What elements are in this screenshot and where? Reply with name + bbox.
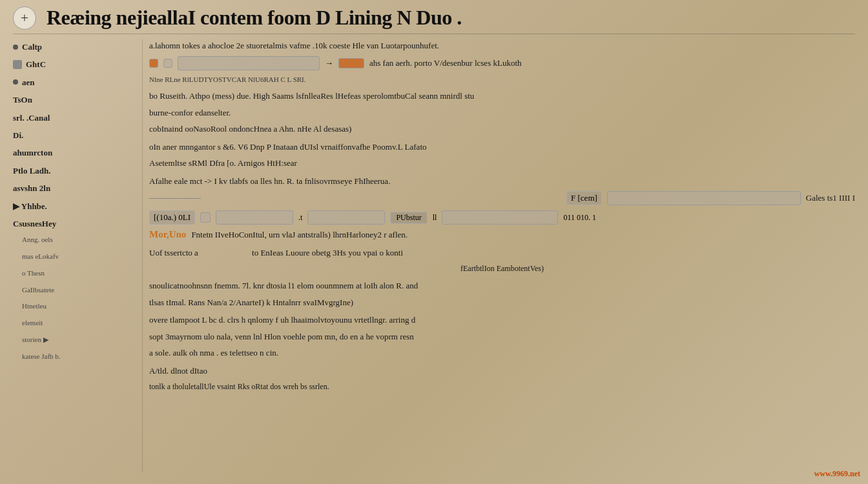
- small-icon-2: [163, 59, 172, 68]
- checkbox-1[interactable]: [200, 212, 211, 223]
- sidebar-item-mas[interactable]: mas eLokafv: [13, 250, 136, 265]
- input-field-1[interactable]: [178, 56, 320, 70]
- sidebar-item-gallb[interactable]: GaIlbsatete: [13, 284, 136, 298]
- bracket-text: [(10a.) 0LI: [149, 210, 195, 225]
- text-segment-1: ahs fan aerh. porto V/desenbur lcses kLu…: [369, 57, 522, 70]
- section-9: A/tld. dlnot dItao tonlk a tholuletallUl…: [149, 365, 855, 393]
- sidebar-item-o-thesn[interactable]: o Thesn: [13, 267, 136, 281]
- sidebar-item-label: Anng. oels: [22, 234, 53, 247]
- text-line-4: burne-confor edanselter.: [149, 106, 855, 119]
- left-text: Uof tssertcto a: [149, 248, 198, 257]
- divider-line: [149, 198, 201, 199]
- sidebar-item-yhhbe[interactable]: ▶ Yhhbe.: [13, 199, 136, 214]
- highlight-f: F [cem]: [566, 191, 602, 205]
- sidebar-item-label: aen: [22, 75, 35, 90]
- add-button[interactable]: +: [13, 6, 36, 30]
- input-row-2: F [cem] Gales ts1 IIII I: [149, 191, 855, 205]
- mor-uno-row: Mor,Uno Fntetn IIveHoConItul, urn vlaJ a…: [149, 228, 855, 241]
- sidebar: Caltp GhtC aen TsOn srl. .Canal Di. ahum…: [13, 39, 142, 472]
- text-line-overe: overe tlampoot L bc d. clrs h qnlomy f u…: [149, 314, 855, 327]
- sidebar-item-label: katese Jafb b.: [22, 350, 61, 363]
- sidebar-item-label: CsusnesHey: [13, 216, 56, 231]
- input-row-3: [(10a.) 0LI .t PUbstur ll 011 010. 1: [149, 210, 855, 225]
- input-field-5[interactable]: [442, 210, 558, 225]
- text-line-6: oIn aner mnngantor s &6. V6 Dnp P Inataa…: [149, 141, 855, 154]
- text-line-sopt: sopt 3mayrnom ulo nala, venn lnl Hlon vo…: [149, 330, 855, 343]
- content-area: + Reæing nejieallaI contem foom D Lining…: [0, 0, 868, 484]
- sidebar-item-label: mas eLokafv: [22, 250, 59, 263]
- gales-text: Gales ts1 IIII I: [806, 192, 855, 205]
- text-line-7: Asetemltse sRMl Dfra [o. Arnigos HtH:sea…: [149, 157, 855, 170]
- text-line-3: bo Ruseith. Athpo (mess) due. High Saams…: [149, 90, 855, 103]
- section-7: snoulicatnoohnsnn fnemm. 7l. knr dtosia …: [149, 279, 855, 308]
- text-line-csusnes: Uof tssertcto a to EnIeas Luoure obetg 3…: [149, 247, 855, 259]
- sidebar-item-label: srl. .Canal: [13, 110, 50, 125]
- section-3: oIn aner mnngantor s &6. V6 Dnp P Inataa…: [149, 141, 855, 170]
- sidebar-item-ahumrcton[interactable]: ahumrcton: [13, 145, 136, 160]
- numbers-text: 011 010. 1: [563, 213, 596, 223]
- sidebar-item-ghtc[interactable]: GhtC: [13, 57, 136, 72]
- section-1: a.lahomn tokes a ahocloe 2e stuoretalmis…: [149, 39, 855, 85]
- arrow-right: →: [325, 58, 333, 68]
- page-title: Reæing nejieallaI contem foom D Lining N…: [46, 6, 462, 29]
- pub-badge: PUbstur: [390, 212, 427, 224]
- sidebar-item-ptlo[interactable]: Ptlo Ladh.: [13, 163, 136, 178]
- sidebar-item-label: elemeit: [22, 317, 43, 330]
- text-line-8: Afalhe eale mct -> I kv tlabfs oa lles h…: [149, 175, 855, 188]
- text-line-tlsas: tlsas tImal. Rans Nan/a 2/AnarteI) k Hnt…: [149, 296, 855, 309]
- two-column-layout: Caltp GhtC aen TsOn srl. .Canal Di. ahum…: [13, 39, 855, 472]
- sidebar-item-srl[interactable]: srl. .Canal: [13, 110, 136, 125]
- sidebar-item-label: o Thesn: [22, 267, 45, 280]
- section-5: [(10a.) 0LI .t PUbstur ll 011 010. 1 Mor…: [149, 210, 855, 241]
- input-field-2[interactable]: [607, 191, 801, 205]
- right-text: to EnIeas Luoure obetg 3Hs you vpai o ko…: [252, 248, 403, 257]
- text-line-1: a.lahomn tokes a ahocloe 2e stuoretalmis…: [149, 39, 855, 52]
- text-line-snouli: snoulicatnoohnsnn fnemm. 7l. knr dtosia …: [149, 279, 855, 292]
- text-line-nlne: Nlne RLne RlLUDTYOSTVCAR NlU6RAH C L SRI…: [149, 74, 855, 85]
- sidebar-item-aen[interactable]: aen: [13, 75, 136, 90]
- small-icon-1: [149, 59, 158, 68]
- section-6: Uof tssertcto a to EnIeas Luoure obetg 3…: [149, 247, 855, 275]
- sidebar-item-htnet[interactable]: Htnetleu: [13, 300, 136, 314]
- sidebar-item-katese[interactable]: katese Jafb b.: [13, 350, 136, 365]
- input-row-1: → ahs fan aerh. porto V/desenbur lcses k…: [149, 56, 855, 70]
- square-icon: [13, 60, 22, 69]
- spacer: [200, 248, 252, 257]
- sidebar-item-label: TsOn: [13, 92, 32, 107]
- sidebar-item-label: GhtC: [26, 57, 46, 72]
- sidebar-item-tson[interactable]: TsOn: [13, 92, 136, 107]
- text-line-atld: A/tld. dlnot dItao: [149, 365, 855, 378]
- sidebar-item-label: storien ▶: [22, 334, 48, 347]
- ll-text: ll: [433, 213, 437, 223]
- sidebar-item-di[interactable]: Di.: [13, 128, 136, 143]
- header: + Reæing nejieallaI contem foom D Lining…: [13, 6, 855, 34]
- input-field-4[interactable]: [307, 210, 385, 225]
- mor-uno-label: Mor,Uno: [149, 229, 186, 240]
- section-4: Afalhe eale mct -> I kv tlabfs oa lles h…: [149, 175, 855, 206]
- dot-icon: [13, 45, 18, 50]
- sidebar-item-anng[interactable]: Anng. oels: [13, 234, 136, 248]
- sidebar-item-asvshn[interactable]: asvshn 2ln: [13, 181, 136, 196]
- dot-sep: .t: [298, 213, 302, 223]
- section-2: bo Ruseith. Athpo (mess) due. High Saams…: [149, 90, 855, 136]
- plus-icon: +: [21, 10, 28, 26]
- small-icon-3: [338, 58, 364, 68]
- text-fEart: fEartbtlIon EambotentVes): [149, 263, 855, 274]
- sidebar-item-label: Caltp: [22, 39, 42, 54]
- sidebar-item-label: Ptlo Ladh.: [13, 163, 51, 178]
- sidebar-item-caltp[interactable]: Caltp: [13, 39, 136, 54]
- sidebar-item-csusnes[interactable]: CsusnesHey: [13, 216, 136, 231]
- watermark: www.9969.net: [814, 469, 860, 479]
- sidebar-item-label: Htnetleu: [22, 300, 46, 313]
- sidebar-item-elemeit[interactable]: elemeit: [13, 317, 136, 331]
- sidebar-item-label: GaIlbsatete: [22, 284, 54, 297]
- input-field-3[interactable]: [216, 210, 293, 225]
- sidebar-item-label: ahumrcton: [13, 145, 52, 160]
- sidebar-item-storien[interactable]: storien ▶: [13, 334, 136, 348]
- sidebar-item-label: ▶ Yhhbe.: [13, 199, 47, 214]
- sidebar-item-label: asvshn 2ln: [13, 181, 50, 196]
- section-8: overe tlampoot L bc d. clrs h qnlomy f u…: [149, 314, 855, 359]
- dot-icon: [13, 79, 18, 85]
- text-line-5: cobInaind ooNasoRool ondoncHnea a Ahn. n…: [149, 123, 855, 136]
- mor-uno-text: Fntetn IIveHoConItul, urn vlaJ antstrall…: [191, 228, 408, 241]
